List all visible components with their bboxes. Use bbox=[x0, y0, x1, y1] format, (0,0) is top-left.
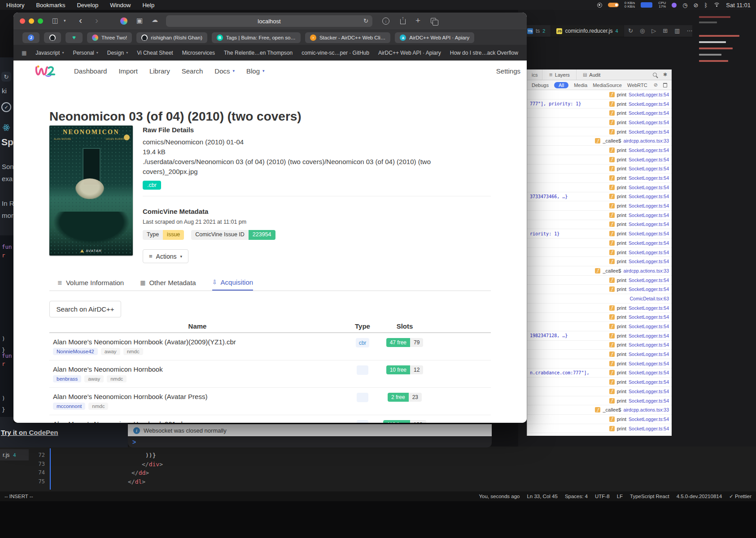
forward-icon[interactable]: › bbox=[95, 15, 98, 25]
menu-history[interactable]: History bbox=[6, 2, 24, 9]
slider-icon[interactable] bbox=[608, 3, 619, 7]
status-utf-8[interactable]: UTF-8 bbox=[595, 494, 610, 499]
tab-overview-icon[interactable] bbox=[431, 18, 436, 23]
clock-icon[interactable]: ◷ bbox=[682, 2, 687, 9]
cpu-meter[interactable]: CPU 17% bbox=[658, 1, 666, 9]
actions-button[interactable]: ≡ Actions ▾ bbox=[143, 249, 188, 263]
more-actions-icon[interactable]: ⋯ bbox=[686, 27, 692, 34]
source-link[interactable]: SocketLogger.ts:54 bbox=[629, 120, 669, 125]
sidebar-icon[interactable]: ◫ bbox=[52, 17, 58, 24]
favorite-tags-bulma-free-open-so[interactable]: BTags | Bulma: Free, open so… bbox=[212, 32, 301, 43]
source-link[interactable]: SocketLogger.ts:54 bbox=[629, 417, 669, 422]
source-link[interactable]: SocketLogger.ts:54 bbox=[629, 286, 669, 292]
source-link[interactable]: SocketLogger.ts:54 bbox=[629, 305, 669, 311]
share-icon[interactable] bbox=[400, 19, 406, 24]
run-icon[interactable]: ▷ bbox=[651, 27, 656, 34]
menu-bookmarks[interactable]: Bookmarks bbox=[36, 2, 65, 9]
source-link[interactable]: SocketLogger.ts:54 bbox=[629, 333, 669, 338]
app-status-icon[interactable] bbox=[672, 3, 677, 8]
new-tab-icon[interactable]: + bbox=[415, 16, 420, 25]
source-link[interactable]: SocketLogger.ts:54 bbox=[629, 324, 669, 329]
menu-window[interactable]: Window bbox=[110, 2, 131, 9]
status-you-seconds-ago[interactable]: You, seconds ago bbox=[479, 494, 520, 499]
source-link[interactable]: ComicDetail.tsx:63 bbox=[629, 296, 669, 301]
reload-icon[interactable]: ↻ bbox=[363, 17, 368, 24]
tab-acquisition[interactable]: ⇩Acquisition bbox=[212, 275, 253, 291]
downloads-icon[interactable]: ↓ bbox=[382, 17, 389, 25]
status-ln-33-col-45[interactable]: Ln 33, Col 45 bbox=[527, 494, 557, 499]
tab-volume-information[interactable]: ≣Volume Information bbox=[57, 275, 124, 291]
filter-webrtc[interactable]: WebRTC bbox=[627, 82, 647, 88]
status-prettier[interactable]: ✓ Prettier bbox=[729, 493, 752, 499]
source-link[interactable]: SocketLogger.ts:54 bbox=[629, 240, 669, 246]
search-airdcpp-button[interactable]: Search on AirDC++ bbox=[49, 301, 121, 317]
filter-debugs[interactable]: Debugs bbox=[532, 82, 549, 88]
source-link[interactable]: SocketLogger.ts:54 bbox=[629, 278, 669, 283]
inspector-tab-fragment[interactable]: ics bbox=[527, 72, 542, 78]
status-typescript-react[interactable]: TypeScript React bbox=[630, 494, 669, 499]
nav-blog[interactable]: Blog▾ bbox=[246, 67, 265, 75]
source-link[interactable]: SocketLogger.ts:54 bbox=[629, 129, 669, 134]
source-link[interactable]: SocketLogger.ts:54 bbox=[629, 314, 669, 320]
nav-library[interactable]: Library bbox=[149, 67, 170, 75]
source-link[interactable]: SocketLogger.ts:54 bbox=[629, 157, 669, 162]
source-link[interactable]: SocketLogger.ts:54 bbox=[629, 221, 669, 227]
zoom-button[interactable] bbox=[38, 18, 43, 24]
grid-icon[interactable]: ▦ bbox=[22, 50, 26, 56]
refresh-icon[interactable]: ↻ bbox=[1, 72, 11, 82]
favorite-icon-2[interactable]: ♥ bbox=[66, 32, 83, 43]
split-editor-icon[interactable]: ⊞ bbox=[663, 27, 668, 34]
source-link[interactable]: SocketLogger.ts:54 bbox=[629, 92, 669, 97]
filter-mediasource[interactable]: MediaSource bbox=[593, 82, 622, 88]
filter-media[interactable]: Media bbox=[574, 82, 587, 88]
trash-icon[interactable] bbox=[663, 83, 667, 87]
source-link[interactable]: SocketLogger.ts:54 bbox=[629, 398, 669, 404]
source-link[interactable]: SocketLogger.ts:54 bbox=[629, 175, 669, 181]
source-link[interactable]: SocketLogger.ts:54 bbox=[629, 101, 669, 107]
menu-develop[interactable]: Develop bbox=[77, 2, 98, 9]
status-lf[interactable]: LF bbox=[617, 494, 623, 499]
source-link[interactable]: SocketLogger.ts:54 bbox=[629, 185, 669, 190]
favorite-icon-1[interactable] bbox=[44, 32, 61, 43]
favorite-stacker-airdc-web-cli[interactable]: ›Stacker - AirDC++ Web Cli… bbox=[305, 32, 390, 43]
bookmark-vi-cheat-sheet[interactable]: Vi Cheat Sheet bbox=[137, 50, 173, 56]
bookmark-the-relentle-en-thompson[interactable]: The Relentle…en Thompson bbox=[224, 50, 293, 56]
status-spaces-4[interactable]: Spaces: 4 bbox=[565, 494, 588, 499]
table-row[interactable]: Alan Moore's Neonomicon Hornbook (Avatar… bbox=[49, 388, 491, 415]
favorite-rishighan-rishi-ghan[interactable]: rishighan (Rishi Ghan) bbox=[136, 32, 207, 43]
source-link[interactable]: airdcpp.actions.tsx:33 bbox=[623, 138, 669, 143]
bookmark-airdc-web-api-apiary[interactable]: AirDC++ Web API · Apiary bbox=[378, 50, 441, 56]
layout-icon[interactable]: ▥ bbox=[674, 27, 680, 34]
filter-all[interactable]: All bbox=[554, 82, 568, 88]
inspector-tab-audit[interactable]: ▤Audit bbox=[576, 69, 607, 80]
chevron-down-icon[interactable]: ▾ bbox=[64, 19, 66, 23]
source-link[interactable]: SocketLogger.ts:54 bbox=[629, 351, 669, 357]
console-prompt-bar[interactable]: > bbox=[128, 436, 492, 447]
nav-settings-link[interactable]: Settings bbox=[496, 61, 520, 81]
bookmark-personal[interactable]: Personal▾ bbox=[73, 50, 98, 56]
threetwo-logo[interactable] bbox=[35, 64, 57, 78]
favorite-airdc-web-api-apiary[interactable]: aAirDC++ Web API · Apiary bbox=[395, 32, 474, 43]
do-not-disturb-icon[interactable]: ⊘ bbox=[694, 2, 699, 9]
bookmark-comic-vine-sc-per-github[interactable]: comic-vine-sc…per · GitHub bbox=[302, 50, 369, 56]
nav-dashboard[interactable]: Dashboard bbox=[74, 67, 107, 75]
source-link[interactable]: airdcpp.actions.tsx:33 bbox=[623, 407, 669, 412]
source-link[interactable]: SocketLogger.ts:54 bbox=[629, 148, 669, 153]
source-link[interactable]: SocketLogger.ts:54 bbox=[629, 250, 669, 255]
minimize-button[interactable] bbox=[29, 18, 34, 24]
close-button[interactable] bbox=[20, 18, 25, 24]
bluetooth-icon[interactable]: ᛒ bbox=[704, 2, 708, 9]
bookmark-design[interactable]: Design▾ bbox=[107, 50, 128, 56]
source-link[interactable]: SocketLogger.ts:54 bbox=[629, 259, 669, 264]
extension-icon[interactable]: ▣ bbox=[136, 17, 143, 24]
codepen-link[interactable]: Try it on CodePen bbox=[1, 429, 58, 436]
favorite-three-two[interactable]: Three Two! bbox=[87, 32, 132, 43]
source-link[interactable]: airdcpp.actions.tsx:33 bbox=[623, 268, 669, 273]
status-4-5-0-dev-20210814[interactable]: 4.5.0-dev.20210814 bbox=[677, 494, 722, 499]
tab-other-metadata[interactable]: ▦Other Metadata bbox=[140, 275, 196, 291]
table-row[interactable]: Alan Moore's Neonomicon Hornbookbenbrass… bbox=[49, 360, 491, 388]
extension-pinwheel-icon[interactable] bbox=[120, 17, 127, 25]
record-icon[interactable]: ◎ bbox=[640, 27, 645, 34]
network-throughput[interactable]: 0 KB/s 0 KB/s bbox=[625, 1, 635, 9]
bandwidth-graph-icon[interactable] bbox=[641, 2, 652, 8]
